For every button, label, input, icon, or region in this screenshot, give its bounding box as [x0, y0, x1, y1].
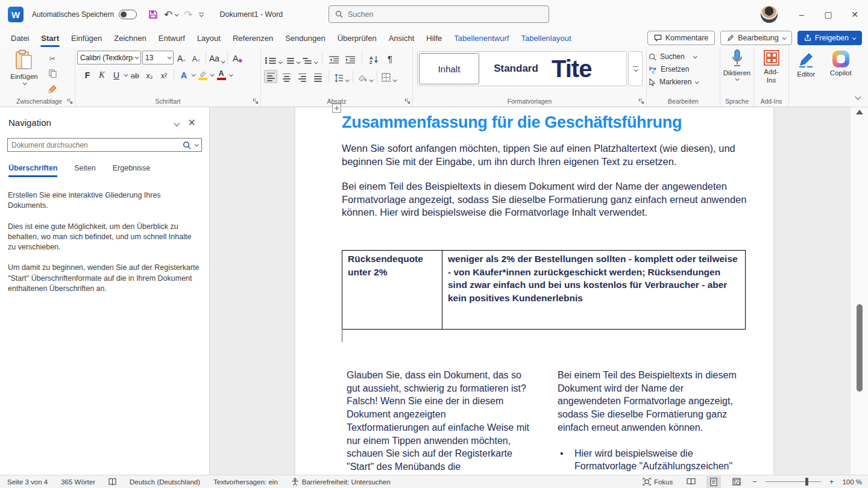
font-size-combo[interactable]: 13 [142, 51, 174, 64]
language-indicator[interactable]: Deutsch (Deutschland) [130, 478, 200, 486]
bullets-button[interactable] [265, 52, 281, 65]
bold-button[interactable]: F [81, 68, 94, 81]
document-page[interactable]: Zusammenfassung für die Geschäftsführung… [295, 107, 773, 475]
justify-button[interactable] [311, 70, 324, 83]
collapse-ribbon-button[interactable] [855, 91, 860, 102]
navigation-search-input[interactable] [11, 141, 179, 149]
align-left-button[interactable] [264, 70, 277, 83]
text-predictions-indicator[interactable]: Textvorhersagen: ein [213, 478, 278, 486]
chevron-down-icon[interactable] [229, 72, 233, 77]
superscript-button[interactable]: x² [157, 68, 171, 81]
borders-button[interactable] [382, 70, 396, 83]
vertical-scrollbar[interactable] [850, 107, 868, 475]
style-titel[interactable]: Tite [552, 52, 626, 86]
autosave-control[interactable]: Automatisches Speichern [32, 10, 137, 19]
tab-tabellenentwurf[interactable]: Tabellenentwurf [448, 31, 515, 46]
avatar[interactable] [761, 6, 778, 23]
scrollbar-thumb[interactable] [857, 304, 863, 392]
accessibility-status[interactable]: Barrierefreiheit: Untersuchen [291, 478, 391, 486]
italic-button[interactable]: K [95, 68, 108, 81]
save-button[interactable] [145, 8, 161, 20]
font-dialog-launcher[interactable] [253, 98, 259, 104]
tab-zeichnen[interactable]: Zeichnen [108, 31, 152, 46]
customize-quick-access-button[interactable] [196, 11, 207, 18]
increase-indent-button[interactable] [344, 52, 357, 65]
change-case-button[interactable]: Aa [209, 51, 224, 64]
underline-button[interactable]: U [110, 68, 123, 81]
editor-button[interactable]: Editor [791, 51, 822, 107]
table-move-handle[interactable]: ✛ [332, 104, 341, 113]
zoom-slider[interactable] [766, 481, 821, 482]
font-color-button[interactable]: A [215, 68, 228, 81]
dictate-button[interactable]: Diktieren [722, 49, 752, 81]
document-table[interactable]: Rücksendequote unter 2% weniger als 2% d… [342, 250, 746, 330]
nav-tab-ueberschriften[interactable]: Überschriften [8, 164, 57, 177]
clear-formatting-button[interactable]: A◆ [231, 51, 244, 64]
zoom-level[interactable]: 100 % [842, 478, 862, 486]
align-right-button[interactable] [295, 70, 309, 83]
tab-hilfe[interactable]: Hilfe [420, 31, 448, 46]
cut-button[interactable]: ✂ [46, 53, 58, 64]
shrink-font-button[interactable]: A˅ [189, 51, 203, 64]
print-layout-button[interactable] [706, 476, 721, 488]
search-input[interactable] [348, 10, 529, 19]
styles-dialog-launcher[interactable] [638, 98, 644, 104]
styles-gallery-more-button[interactable] [628, 51, 643, 86]
format-painter-button[interactable] [46, 83, 58, 94]
focus-mode-button[interactable]: Fokus [643, 478, 673, 486]
line-spacing-button[interactable] [333, 70, 348, 83]
highlight-button[interactable] [196, 68, 209, 81]
chevron-down-icon[interactable] [124, 72, 128, 77]
tab-ueberpruefen[interactable]: Überprüfen [332, 31, 383, 46]
word-count[interactable]: 365 Wörter [61, 478, 95, 486]
chevron-down-icon[interactable] [210, 72, 215, 77]
editing-mode-button[interactable]: Bearbeitung [720, 31, 791, 45]
clipboard-dialog-launcher[interactable] [67, 98, 73, 104]
nav-tab-ergebnisse[interactable]: Ergebnisse [113, 164, 151, 177]
zoom-out-button[interactable]: − [752, 477, 757, 486]
copilot-button[interactable]: Copilot [825, 51, 857, 107]
minimize-button[interactable]: – [788, 0, 815, 29]
zoom-slider-thumb[interactable] [805, 478, 808, 486]
maximize-button[interactable]: ▢ [815, 0, 841, 29]
text-effects-button[interactable]: A [177, 68, 190, 81]
page-indicator[interactable]: Seite 3 von 4 [7, 478, 48, 486]
style-standard[interactable]: Standard [480, 52, 552, 86]
navigation-search-box[interactable] [7, 138, 202, 152]
shading-button[interactable] [357, 70, 373, 83]
tab-sendungen[interactable]: Sendungen [279, 31, 332, 46]
share-button[interactable]: Freigeben [797, 31, 862, 45]
multilevel-list-button[interactable] [303, 52, 317, 65]
show-marks-button[interactable]: ¶ [383, 52, 397, 65]
tab-tabellenlayout[interactable]: Tabellenlayout [515, 31, 577, 46]
tab-datei[interactable]: Datei [5, 31, 35, 46]
paste-button[interactable]: Einfügen [5, 49, 43, 95]
nav-tab-seiten[interactable]: Seiten [74, 164, 95, 177]
align-center-button[interactable] [280, 70, 293, 83]
numbering-button[interactable] [285, 52, 300, 65]
web-layout-button[interactable] [729, 476, 744, 488]
select-button[interactable]: Markieren [649, 78, 718, 86]
style-inhalt[interactable]: Inhalt [419, 53, 479, 84]
undo-button[interactable]: ↶ [161, 7, 181, 22]
find-button[interactable]: Suchen [649, 52, 718, 61]
decrease-indent-button[interactable] [327, 52, 341, 65]
addins-button[interactable]: Add-Ins [756, 49, 787, 85]
tab-ansicht[interactable]: Ansicht [383, 31, 421, 46]
chevron-down-icon[interactable] [195, 142, 199, 146]
chevron-down-icon[interactable] [192, 72, 196, 77]
strikethrough-button[interactable]: ab [128, 68, 142, 81]
tab-start[interactable]: Start [35, 31, 65, 46]
grow-font-button[interactable]: A˄ [175, 51, 188, 64]
tab-einfuegen[interactable]: Einfügen [65, 31, 108, 46]
zoom-in-button[interactable]: + [829, 477, 834, 486]
search-box[interactable] [329, 5, 549, 23]
sort-button[interactable]: AZ [367, 52, 380, 65]
navigation-options-chevron[interactable] [169, 118, 183, 128]
read-mode-button[interactable] [684, 476, 698, 488]
scroll-up-arrow[interactable] [856, 110, 863, 114]
autosave-toggle[interactable] [119, 10, 137, 19]
tab-referenzen[interactable]: Referenzen [227, 31, 279, 46]
tab-layout[interactable]: Layout [191, 31, 227, 46]
paragraph-dialog-launcher[interactable] [404, 98, 410, 104]
